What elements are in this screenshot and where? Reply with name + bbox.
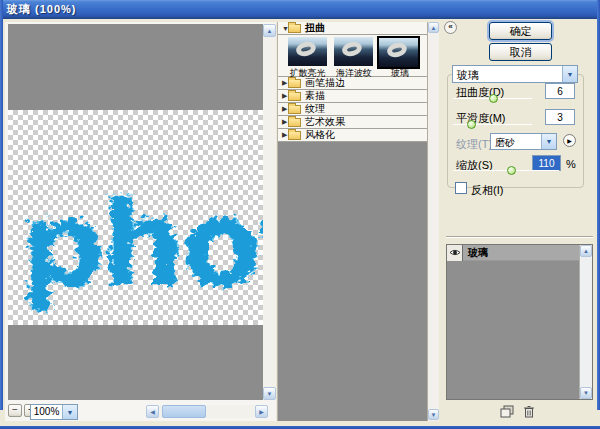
category-stylize[interactable]: ▶ 风格化 <box>278 129 427 142</box>
browser-scroll-up-icon[interactable] <box>428 22 439 33</box>
panel-separator <box>446 236 593 238</box>
smoothness-input[interactable] <box>545 109 575 125</box>
texture-dropdown-icon[interactable] <box>541 134 556 149</box>
folder-icon <box>288 92 301 101</box>
thumbnail-image <box>295 40 318 58</box>
filter-thumb-glass-selected[interactable] <box>377 36 420 69</box>
preview-image[interactable]: phot <box>8 24 263 400</box>
new-effect-layer-button[interactable] <box>499 404 515 419</box>
thumbnail-image <box>341 40 364 58</box>
category-brush-strokes[interactable]: ▶ 画笔描边 <box>278 77 427 90</box>
texture-options-button[interactable] <box>563 134 576 147</box>
visibility-toggle[interactable] <box>447 245 463 261</box>
scaling-slider-thumb[interactable] <box>507 166 516 175</box>
title-bar[interactable]: 玻璃 (100%) <box>0 0 600 19</box>
scaling-slider[interactable] <box>453 166 559 175</box>
invert-label: 反相(I) <box>471 183 503 198</box>
collapse-panel-button[interactable] <box>444 21 457 34</box>
slider-track[interactable] <box>453 124 532 125</box>
window-border-left <box>0 0 3 410</box>
preview-gray-band-top <box>8 24 263 110</box>
invert-checkbox[interactable] <box>455 182 467 194</box>
ok-button[interactable]: 确定 <box>489 22 552 40</box>
preview-scroll-right-icon[interactable] <box>255 405 268 418</box>
filter-thumb-ocean-ripple[interactable] <box>334 37 373 66</box>
category-sketch[interactable]: ▶ 素描 <box>278 90 427 103</box>
zoom-level-value: 100% <box>31 405 62 419</box>
distortion-input[interactable] <box>545 83 575 99</box>
preview-vscrollbar[interactable] <box>263 24 276 400</box>
category-label: 素描 <box>305 89 325 103</box>
filter-category-browser: ▼ 扭曲 扩散亮光 海洋波纹 玻璃 ▶ <box>277 22 438 421</box>
ok-label: 确定 <box>510 25 532 37</box>
trash-icon <box>523 405 535 418</box>
preview-scroll-left-icon[interactable] <box>146 405 159 418</box>
preview-scroll-down-icon[interactable] <box>263 387 276 400</box>
effect-layer-row[interactable]: 玻璃 <box>447 245 579 261</box>
smoothness-slider-thumb[interactable] <box>467 120 476 129</box>
collapsed-triangle-icon[interactable]: ▶ <box>278 118 288 126</box>
browser-vscrollbar[interactable] <box>427 22 439 421</box>
slider-track[interactable] <box>453 170 559 171</box>
collapsed-triangle-icon[interactable]: ▶ <box>278 131 288 139</box>
preview-scroll-up-icon[interactable] <box>263 24 276 37</box>
filter-dropdown-icon[interactable] <box>562 66 577 82</box>
thumbnail-image <box>386 41 409 59</box>
zoom-dropdown-icon[interactable] <box>62 405 77 419</box>
folder-icon <box>288 79 301 88</box>
window-title: 玻璃 (100%) <box>0 2 77 17</box>
category-label: 纹理 <box>305 102 325 116</box>
delete-effect-layer-button[interactable] <box>521 404 537 419</box>
filter-thumb-diffuse-glow[interactable] <box>288 37 327 66</box>
glass-text: phot <box>16 171 263 309</box>
zoom-out-label: − <box>12 404 18 415</box>
folder-icon <box>288 105 301 114</box>
filter-select-value: 玻璃 <box>453 66 562 82</box>
distortion-slider[interactable] <box>453 94 532 103</box>
filter-thumbnails-row: 扩散亮光 海洋波纹 玻璃 <box>278 35 427 77</box>
collapsed-triangle-icon[interactable]: ▶ <box>278 105 288 113</box>
texture-select-dropdown[interactable]: 磨砂 <box>490 133 557 150</box>
effect-layers-list: 玻璃 <box>446 244 593 400</box>
new-layer-icon <box>500 405 514 418</box>
filter-select-dropdown[interactable]: 玻璃 <box>452 65 578 83</box>
hscrollbar-thumb[interactable] <box>162 405 206 418</box>
effect-layer-name: 玻璃 <box>463 246 488 260</box>
folder-icon <box>288 131 301 140</box>
category-artistic[interactable]: ▶ 艺术效果 <box>278 116 427 129</box>
preview-hscrollbar[interactable] <box>146 405 268 418</box>
glass-text-preview: phot <box>8 101 263 351</box>
layers-scroll-up-icon[interactable] <box>580 245 592 257</box>
scaling-unit: % <box>566 158 576 170</box>
cancel-label: 取消 <box>510 46 532 58</box>
browser-scroll-down-icon[interactable] <box>428 409 439 420</box>
category-distort-header[interactable]: ▼ 扭曲 <box>278 22 427 35</box>
cancel-button[interactable]: 取消 <box>489 43 552 61</box>
category-label: 画笔描边 <box>305 76 345 90</box>
preview-panel: phot − + 100% <box>5 22 276 421</box>
category-label: 风格化 <box>305 128 335 142</box>
folder-icon <box>288 24 301 33</box>
distortion-slider-thumb[interactable] <box>489 94 498 103</box>
zoom-out-button[interactable]: − <box>8 404 22 417</box>
collapsed-triangle-icon[interactable]: ▶ <box>278 79 288 87</box>
eye-icon <box>449 248 461 257</box>
layers-scroll-down-icon[interactable] <box>580 387 592 399</box>
category-label: 扭曲 <box>305 21 325 35</box>
texture-select-value: 磨砂 <box>491 134 541 149</box>
category-label: 艺术效果 <box>305 115 345 129</box>
collapsed-triangle-icon[interactable]: ▶ <box>278 92 288 100</box>
zoom-level-select[interactable]: 100% <box>30 404 78 420</box>
smoothness-slider[interactable] <box>453 120 532 129</box>
category-texture[interactable]: ▶ 纹理 <box>278 103 427 116</box>
layers-vscrollbar[interactable] <box>579 245 592 399</box>
expand-triangle-icon[interactable]: ▼ <box>278 25 288 32</box>
folder-icon <box>288 118 301 127</box>
filter-gallery-dialog: 玻璃 (100%) phot − + <box>0 0 600 429</box>
